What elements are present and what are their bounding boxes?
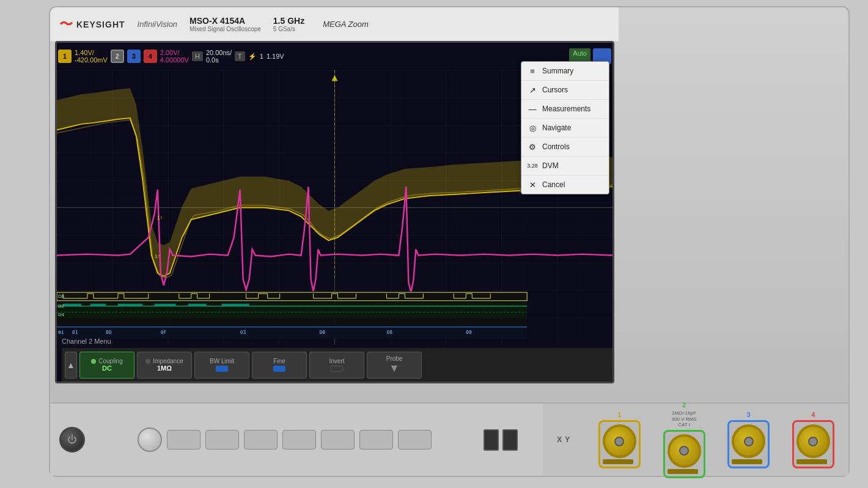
x-label: X <box>557 435 562 444</box>
ch1-badge[interactable]: 1 <box>58 50 72 63</box>
svg-text:1↑: 1↑ <box>155 254 160 260</box>
invert-toggle <box>331 366 343 372</box>
cancel-icon: ✕ <box>528 180 537 190</box>
ch2-connector-label: 2 <box>682 401 686 409</box>
coupling-label: Coupling <box>98 358 122 364</box>
xy-labels: X Y <box>557 435 570 444</box>
dvm-icon: 3.28 <box>528 161 537 171</box>
menu-item-controls[interactable]: ⚙ Controls <box>521 138 609 157</box>
ch2-connector-group: 2 1MΩ=16pF300 V RMSCAT I <box>663 401 705 478</box>
summary-label: Summary <box>542 67 573 75</box>
model-number: MSO-X 4154A <box>189 16 261 26</box>
brand-name: KEYSIGHT <box>76 20 125 29</box>
hw-rect-btn-4[interactable] <box>282 430 316 449</box>
ch1-voltage: 1.40V/ -420.00mV <box>75 49 108 64</box>
hw-rect-btn-1[interactable] <box>167 430 200 449</box>
cursors-icon: ↗ <box>528 85 537 95</box>
top-bar: 〜 KEYSIGHT InfiniiVision MSO-X 4154A Mix… <box>50 7 619 41</box>
power-button[interactable]: ⏻ <box>59 427 85 453</box>
fine-toggle <box>273 366 285 372</box>
trig-num: 1 <box>260 53 263 60</box>
ch1-bnc-connector[interactable] <box>603 424 636 458</box>
invert-button[interactable]: Invert <box>309 352 364 379</box>
frequency-value: 1.5 GHz <box>273 16 304 26</box>
dvm-label: DVM <box>542 161 559 170</box>
hw-rect-btn-6[interactable] <box>359 430 393 449</box>
svg-rect-14 <box>188 304 207 306</box>
usb-ports <box>484 429 518 451</box>
h-badge[interactable]: H <box>192 51 203 61</box>
menu-item-summary[interactable]: ≡ Summary <box>521 62 609 81</box>
coupling-value: DC <box>102 364 112 372</box>
logo: 〜 KEYSIGHT <box>59 15 125 34</box>
svg-text:0D: 0D <box>106 330 112 336</box>
ch3-badge[interactable]: 3 <box>127 50 141 63</box>
cancel-label: Cancel <box>542 180 565 189</box>
svg-rect-11 <box>90 304 106 306</box>
menu-item-navigate[interactable]: ◎ Navigate <box>521 119 609 138</box>
svg-text:D4: D4 <box>58 312 65 317</box>
ch4-badge[interactable]: 4 <box>144 50 157 63</box>
hw-rect-btn-2[interactable] <box>205 430 239 449</box>
ch4-connector-frame <box>792 420 834 468</box>
measurements-icon: — <box>528 104 537 114</box>
menu-up-arrow[interactable]: ▲ <box>65 352 77 379</box>
ch3-connector-label: 3 <box>747 411 751 418</box>
ch2-bnc-connector[interactable] <box>668 434 701 468</box>
hw-rect-btn-3[interactable] <box>244 430 278 449</box>
coupling-led <box>91 359 96 364</box>
ch2-note: 1MΩ=16pF300 V RMSCAT I <box>672 410 697 428</box>
bwlimit-button[interactable]: BW Limit <box>194 352 249 379</box>
ch3-bnc-connector[interactable] <box>732 424 765 458</box>
y-label: Y <box>565 435 570 444</box>
hardware-bottom: ⏻ <box>50 402 619 476</box>
coupling-button[interactable]: Coupling DC <box>79 352 134 379</box>
ch2-connector-frame <box>663 430 705 478</box>
ch3-bnc-inner <box>744 437 754 446</box>
hw-rect-btn-7[interactable] <box>398 430 432 449</box>
model-info: MSO-X 4154A Mixed Signal Oscilloscope <box>189 16 261 32</box>
ch2-menu-title: Channel 2 Menu <box>62 338 111 345</box>
svg-text:D0: D0 <box>58 294 65 299</box>
ch4-bnc-connector[interactable] <box>796 424 830 458</box>
navigate-label: Navigate <box>542 124 571 132</box>
trig-symbol: ⚡ <box>248 53 257 61</box>
menu-item-cancel[interactable]: ✕ Cancel <box>521 176 609 194</box>
hw-round-btn-1[interactable] <box>138 427 162 452</box>
svg-text:00: 00 <box>320 330 326 336</box>
svg-text:00: 00 <box>466 330 472 336</box>
ch2-badge[interactable]: 2 <box>111 50 124 63</box>
oscilloscope-body: 〜 KEYSIGHT InfiniiVision MSO-X 4154A Mix… <box>49 6 850 477</box>
hw-rect-btn-5[interactable] <box>321 430 355 449</box>
svg-text:01: 01 <box>72 330 78 336</box>
oscilloscope-screen: 1 1.40V/ -420.00mV 2 3 4 2.00V/ 4.00000V… <box>55 41 614 383</box>
menu-item-dvm[interactable]: 3.28 DVM <box>521 157 609 176</box>
bwlimit-toggle <box>216 366 228 372</box>
ch3-connector-group: 3 <box>727 411 770 468</box>
svg-rect-8 <box>57 292 527 301</box>
measurements-label: Measurements <box>542 105 590 113</box>
controls-label: Controls <box>542 142 570 151</box>
fine-label: Fine <box>273 358 285 364</box>
fine-button[interactable]: Fine <box>252 352 307 379</box>
svg-rect-12 <box>118 304 142 306</box>
probe-label: Probe <box>386 355 403 362</box>
svg-text:0F: 0F <box>161 330 167 336</box>
ch4-connector-base <box>796 459 827 464</box>
impedance-button[interactable]: Impedance 1MΩ <box>137 352 192 379</box>
frequency-info: 1.5 GHz 5 GSa/s <box>273 16 304 32</box>
bwlimit-label: BW Limit <box>210 358 234 364</box>
svg-text:08: 08 <box>386 330 392 336</box>
ch4-bnc-inner <box>808 437 818 446</box>
dropdown-menu: ≡ Summary ↗ Cursors — Measurements ◎ Nav… <box>521 61 609 194</box>
controls-icon: ⚙ <box>528 142 537 152</box>
menu-item-cursors[interactable]: ↗ Cursors <box>521 81 609 100</box>
connectors-bottom: X Y 1 2 1MΩ=16pF300 V RMSCAT I <box>543 402 848 476</box>
ch3-connector-frame <box>727 420 770 468</box>
menu-item-measurements[interactable]: — Measurements <box>521 100 609 119</box>
probe-button[interactable]: Probe ▼ <box>367 352 422 379</box>
mega-zoom-logo: MEGA Zoom <box>323 20 369 29</box>
t-badge[interactable]: T <box>235 51 245 61</box>
svg-rect-13 <box>155 304 176 306</box>
cursors-label: Cursors <box>542 86 568 94</box>
